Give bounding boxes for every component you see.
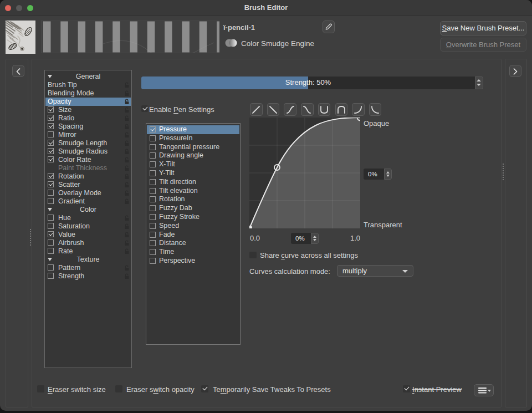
sensor-y-tilt[interactable]: Y-Tilt: [147, 169, 239, 178]
brush-option-checkbox[interactable]: [48, 215, 54, 221]
sensor-checkbox[interactable]: [150, 144, 156, 150]
sensor-tangential-pressure[interactable]: Tangential pressure: [147, 143, 239, 152]
sensor-drawing-angle[interactable]: Drawing angle: [147, 151, 239, 160]
curve-preset-arch-shape-button[interactable]: [335, 103, 348, 116]
sensor-tilt-elevation[interactable]: Tilt elevation: [147, 187, 239, 196]
brush-option-checkbox[interactable]: [48, 115, 54, 121]
curve-preset-reverse-j-curve-button[interactable]: [369, 103, 382, 116]
curve-y-spinbox[interactable]: 0%: [364, 169, 392, 180]
collapse-triangle-icon[interactable]: [48, 208, 52, 211]
detach-editor-menu-button[interactable]: [474, 384, 494, 396]
sensor-checkbox[interactable]: [150, 152, 156, 159]
brush-option-gradient[interactable]: Gradient: [45, 197, 131, 206]
sensor-checkbox[interactable]: [150, 205, 156, 211]
brush-option-checkbox[interactable]: [48, 156, 54, 162]
sensor-pressurein[interactable]: PressureIn: [147, 134, 239, 143]
brush-option-checkbox[interactable]: [48, 273, 54, 279]
enable-pen-settings-checkbox[interactable]: [141, 105, 148, 112]
curve-y-spin-buttons[interactable]: [384, 169, 392, 180]
brush-option-airbrush[interactable]: Airbrush: [45, 239, 131, 247]
sensor-checkbox[interactable]: [150, 240, 156, 246]
brush-option-opacity[interactable]: Opacity: [45, 98, 131, 106]
brush-option-rotation[interactable]: Rotation: [45, 172, 131, 181]
curve-x-spin-buttons[interactable]: [311, 233, 319, 244]
calc-mode-dropdown[interactable]: multiply: [337, 265, 413, 277]
curve-preset-j-curve-button[interactable]: [352, 103, 365, 116]
sensor-checkbox[interactable]: [150, 170, 156, 176]
brush-option-size[interactable]: Size: [45, 106, 131, 114]
strength-slider[interactable]: Strength: 50%: [141, 77, 475, 89]
sensor-rotation[interactable]: Rotation: [147, 195, 239, 204]
previous-option-button[interactable]: [12, 65, 24, 77]
sensor-checkbox[interactable]: [150, 232, 156, 238]
brush-option-strength[interactable]: Strength: [45, 272, 131, 281]
brush-option-scatter[interactable]: Scatter: [45, 181, 131, 189]
brush-option-value[interactable]: Value: [45, 231, 131, 239]
brush-option-checkbox[interactable]: [48, 264, 54, 271]
options-section-header-color[interactable]: Color: [45, 206, 131, 214]
sensor-tilt-direction[interactable]: Tilt direction: [147, 178, 239, 187]
brush-option-checkbox[interactable]: [48, 106, 54, 113]
right-splitter-handle[interactable]: [503, 164, 504, 181]
brush-option-ratio[interactable]: Ratio: [45, 114, 131, 123]
curve-preset-s-curve-up-button[interactable]: [284, 103, 296, 116]
next-option-button[interactable]: [509, 65, 521, 77]
temporarily-save-tweaks-checkbox[interactable]: [201, 385, 208, 392]
sensor-checkbox[interactable]: [150, 135, 156, 141]
eraser-switch-size-checkbox[interactable]: [37, 385, 44, 392]
spin-up-icon[interactable]: [313, 236, 316, 238]
sensor-checkbox[interactable]: [150, 161, 156, 167]
brush-option-paint-thickness[interactable]: Paint Thickness: [45, 164, 131, 172]
brush-option-color-rate[interactable]: Color Rate: [45, 156, 131, 164]
curve-preset-u-shape-button[interactable]: [318, 103, 331, 116]
brush-option-checkbox[interactable]: [48, 231, 54, 237]
spin-down-icon[interactable]: [313, 239, 316, 241]
left-splitter-handle[interactable]: [30, 229, 31, 247]
curve-preset-linear-down-button[interactable]: [267, 103, 280, 116]
spin-down-icon[interactable]: [477, 84, 481, 86]
brush-option-spacing[interactable]: Spacing: [45, 123, 131, 131]
brush-option-checkbox[interactable]: [48, 181, 54, 187]
sensor-checkbox[interactable]: [150, 196, 156, 202]
spin-down-icon[interactable]: [386, 175, 390, 177]
curve-x-spinbox[interactable]: 0%: [291, 233, 319, 244]
brush-option-brush-tip[interactable]: Brush Tip: [45, 81, 131, 89]
sensor-fade[interactable]: Fade: [147, 231, 239, 239]
spin-up-icon[interactable]: [386, 171, 390, 174]
sensor-checkbox[interactable]: [150, 249, 156, 255]
collapse-triangle-icon[interactable]: [48, 75, 52, 78]
brush-option-pattern[interactable]: Pattern: [45, 264, 131, 272]
brush-option-smudge-radius[interactable]: Smudge Radius: [45, 147, 131, 156]
brush-option-checkbox[interactable]: [48, 131, 54, 137]
titlebar[interactable]: Brush Editor: [0, 0, 532, 16]
sensor-checkbox[interactable]: [150, 258, 156, 264]
brush-option-checkbox[interactable]: [48, 239, 54, 246]
sensor-checkbox[interactable]: [150, 223, 156, 229]
sensor-fuzzy-dab[interactable]: Fuzzy Dab: [147, 204, 239, 213]
brush-option-checkbox[interactable]: [48, 198, 54, 204]
collapse-triangle-icon[interactable]: [48, 258, 52, 261]
sensor-checkbox[interactable]: [150, 188, 156, 194]
options-section-header-general[interactable]: General: [45, 73, 131, 81]
brush-option-overlay-mode[interactable]: Overlay Mode: [45, 189, 131, 197]
sensor-list[interactable]: PressurePressureInTangential pressureDra…: [146, 123, 241, 345]
sensor-speed[interactable]: Speed: [147, 222, 239, 231]
sensor-fuzzy-stroke[interactable]: Fuzzy Stroke: [147, 213, 239, 222]
brush-option-blending-mode[interactable]: Blending Mode: [45, 89, 131, 98]
brush-scratchpad[interactable]: [41, 21, 219, 53]
strength-spin-buttons[interactable]: [475, 77, 483, 89]
curve-preset-linear-up-button[interactable]: [250, 103, 263, 116]
edit-preset-name-button[interactable]: [323, 21, 335, 33]
brush-option-checkbox[interactable]: [48, 123, 54, 129]
brush-option-checkbox[interactable]: [48, 223, 54, 229]
sensor-perspective[interactable]: Perspective: [147, 257, 239, 266]
instant-preview-checkbox[interactable]: [403, 385, 410, 392]
brush-option-rate[interactable]: Rate: [45, 247, 131, 256]
brush-option-checkbox[interactable]: [48, 190, 54, 196]
sensor-checkbox[interactable]: [150, 126, 156, 132]
brush-option-smudge-length[interactable]: Smudge Length: [45, 139, 131, 147]
brush-option-checkbox[interactable]: [48, 148, 54, 154]
sensor-x-tilt[interactable]: X-Tilt: [147, 160, 239, 169]
spin-up-icon[interactable]: [477, 79, 481, 81]
save-new-brush-preset-button[interactable]: Save New Brush Preset...: [440, 21, 526, 35]
